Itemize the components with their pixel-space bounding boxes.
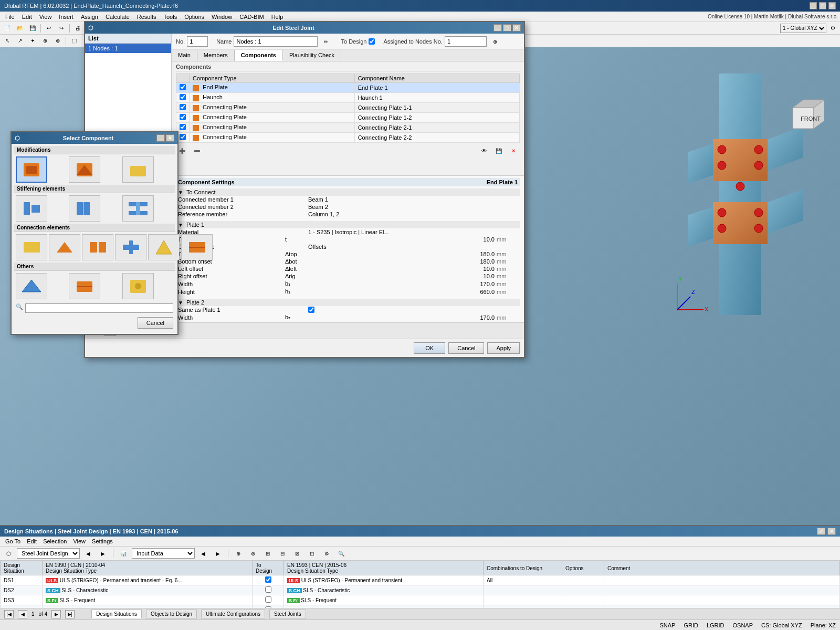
- to-design-cell[interactable]: [253, 585, 284, 595]
- view-select[interactable]: 1 - Global XYZ: [780, 24, 826, 33]
- bm-edit[interactable]: Edit: [24, 537, 40, 545]
- sc-search-input[interactable]: [25, 303, 173, 313]
- tb2-btn5[interactable]: ⊗: [52, 36, 64, 46]
- title-controls[interactable]: _ □ ✕: [810, 2, 836, 9]
- tab-main[interactable]: Main: [172, 50, 197, 61]
- comp-clear-btn[interactable]: ✕: [508, 145, 519, 156]
- ok-button[interactable]: OK: [414, 342, 445, 354]
- bm-goto[interactable]: Go To: [2, 537, 24, 545]
- plate2-header[interactable]: ▼ Plate 2: [176, 299, 520, 306]
- sc-min-btn[interactable]: _: [156, 134, 165, 142]
- dialog-close-btn[interactable]: ✕: [512, 24, 521, 32]
- comp-checkbox[interactable]: [180, 94, 186, 100]
- nav-tab-design-situations[interactable]: Design Situations: [91, 610, 142, 618]
- nav-tab-ultimate[interactable]: Ultimate Configurations: [201, 610, 265, 618]
- same-as-p1-checkbox[interactable]: [308, 307, 314, 313]
- menu-view[interactable]: View: [36, 13, 55, 21]
- bt-design-dropdown[interactable]: Steel Joint Design: [17, 548, 80, 559]
- comp-table-row[interactable]: Connecting Plate Connecting Plate 1-1: [176, 103, 520, 113]
- no-input[interactable]: [187, 36, 208, 47]
- sc-mod3[interactable]: [122, 156, 154, 183]
- new-btn[interactable]: 📄: [2, 23, 13, 34]
- nav-last-btn[interactable]: ▶|: [65, 610, 75, 618]
- dialog-title-controls[interactable]: _ □ ✕: [494, 24, 521, 32]
- to-design-cell[interactable]: [253, 575, 284, 585]
- comp-checkbox[interactable]: [180, 134, 186, 140]
- sc-conn4[interactable]: [115, 234, 146, 260]
- bm-view[interactable]: View: [70, 537, 89, 545]
- sc-conn6[interactable]: [181, 234, 213, 260]
- redo-btn[interactable]: ↪: [56, 23, 67, 34]
- to-design-checkbox[interactable]: [369, 38, 375, 45]
- row-to-design-chk[interactable]: [265, 576, 271, 583]
- sc-conn2[interactable]: [49, 234, 80, 260]
- nav-tab-objects[interactable]: Objects to Design: [146, 610, 197, 618]
- row-to-design-chk[interactable]: [265, 586, 271, 593]
- bt-prev[interactable]: ◀: [82, 548, 94, 559]
- bt-input-dropdown[interactable]: Input Data: [132, 548, 195, 559]
- comp-checkbox[interactable]: [180, 114, 186, 120]
- bt-input-next[interactable]: ▶: [212, 548, 224, 559]
- minimize-btn[interactable]: _: [810, 2, 817, 9]
- tb2-btn6[interactable]: ⬚: [68, 36, 80, 46]
- bt-icon[interactable]: ⬡: [3, 548, 14, 559]
- bm-settings[interactable]: Settings: [89, 537, 116, 545]
- bt-filter4[interactable]: ⊟: [277, 548, 288, 559]
- menu-results[interactable]: Results: [134, 13, 160, 21]
- dialog-min-btn[interactable]: _: [494, 24, 502, 32]
- bt-search[interactable]: 🔍: [335, 548, 347, 559]
- comp-table-row[interactable]: Connecting Plate Connecting Plate 1-2: [176, 113, 520, 123]
- list-item-nodes[interactable]: 1 Nodes : 1: [85, 44, 171, 53]
- tb2-btn2[interactable]: ↗: [14, 36, 26, 46]
- comp-table-row[interactable]: Connecting Plate Connecting Plate 2-2: [176, 133, 520, 143]
- tab-plausibility[interactable]: Plausibility Check: [283, 50, 341, 61]
- maximize-btn[interactable]: □: [819, 2, 826, 9]
- dialog-max-btn[interactable]: □: [503, 24, 511, 32]
- osnap-status[interactable]: OSNAP: [733, 622, 753, 628]
- menu-help[interactable]: Help: [268, 13, 287, 21]
- sc-oth3[interactable]: [122, 273, 154, 299]
- nav-tab-steel-joints[interactable]: Steel Joints: [269, 610, 306, 618]
- row-to-design-chk[interactable]: [265, 596, 271, 603]
- print-btn[interactable]: 🖨: [72, 23, 83, 34]
- assigned-nodes-btn[interactable]: ⊕: [489, 36, 501, 47]
- design-table-row[interactable]: DS1 ULS ULS (STR/GEO) - Permanent and tr…: [1, 575, 840, 585]
- design-table-row[interactable]: DS3 S Fr SLS - Frequent S Fr SLS - Frequ…: [1, 595, 840, 605]
- comp-checkbox[interactable]: [180, 84, 186, 90]
- tab-components[interactable]: Components: [235, 50, 283, 61]
- comp-save-btn[interactable]: 💾: [493, 145, 505, 156]
- bt-filter1[interactable]: ⊕: [233, 548, 244, 559]
- assigned-nodes-input[interactable]: [445, 36, 487, 47]
- menu-calculate[interactable]: Calculate: [102, 13, 133, 21]
- bp-close-btn[interactable]: ✕: [827, 528, 836, 535]
- sc-cancel-btn[interactable]: Cancel: [138, 317, 173, 329]
- tb2-btn3[interactable]: ✦: [27, 36, 38, 46]
- bt-filter5[interactable]: ⊠: [291, 548, 303, 559]
- menu-edit[interactable]: Edit: [19, 13, 35, 21]
- sc-conn1[interactable]: [16, 234, 47, 260]
- sc-mod2[interactable]: [69, 156, 100, 183]
- nav-prev-btn[interactable]: ◀: [18, 610, 27, 618]
- menu-tools[interactable]: Tools: [160, 13, 180, 21]
- tb2-btn4[interactable]: ⊕: [39, 36, 51, 46]
- sc-conn5[interactable]: [148, 234, 180, 260]
- design-table-row[interactable]: DS2 S CH SLS - Characteristic S CH SLS -…: [1, 585, 840, 595]
- bottom-panel-controls[interactable]: ⤢ ✕: [817, 528, 836, 535]
- edit-name-btn[interactable]: ✏: [320, 36, 332, 47]
- bt-next[interactable]: ▶: [97, 548, 109, 559]
- bt-filter6[interactable]: ⊡: [306, 548, 318, 559]
- tab-members[interactable]: Members: [197, 50, 235, 61]
- bm-selection[interactable]: Selection: [40, 537, 70, 545]
- to-connect-header[interactable]: ▼ To Connect: [176, 188, 520, 196]
- sc-conn3[interactable]: [82, 234, 113, 260]
- menu-file[interactable]: File: [2, 13, 18, 21]
- comp-table-row[interactable]: End Plate End Plate 1: [176, 83, 520, 93]
- grid-status[interactable]: GRID: [684, 622, 698, 628]
- comp-checkbox[interactable]: [180, 104, 186, 110]
- plate1-header[interactable]: ▼ Plate 1: [176, 221, 520, 228]
- sc-stiff2[interactable]: [69, 195, 100, 222]
- undo-btn[interactable]: ↩: [43, 23, 55, 34]
- save-btn[interactable]: 💾: [27, 23, 38, 34]
- sc-close-btn[interactable]: ✕: [166, 134, 174, 142]
- sc-stiff1[interactable]: [16, 195, 47, 222]
